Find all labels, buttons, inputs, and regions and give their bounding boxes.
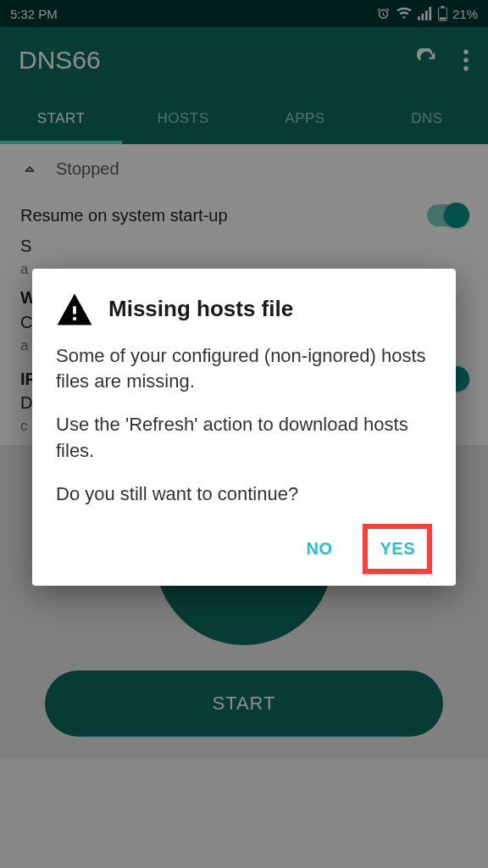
dialog-p1: Some of your configured (non-ignored) ho… — [56, 343, 432, 396]
warning-icon — [56, 291, 93, 328]
modal-overlay: Missing hosts file Some of your configur… — [0, 0, 488, 868]
dialog-p2: Use the 'Refresh' action to download hos… — [56, 412, 432, 465]
dialog-body: Some of your configured (non-ignored) ho… — [56, 343, 432, 508]
svg-rect-7 — [73, 317, 76, 320]
dialog-p3: Do you still want to continue? — [56, 481, 432, 508]
yes-button[interactable]: YES — [363, 524, 432, 574]
svg-rect-6 — [73, 306, 76, 314]
dialog: Missing hosts file Some of your configur… — [32, 269, 456, 587]
no-button[interactable]: NO — [294, 529, 344, 569]
dialog-title: Missing hosts file — [108, 296, 293, 322]
